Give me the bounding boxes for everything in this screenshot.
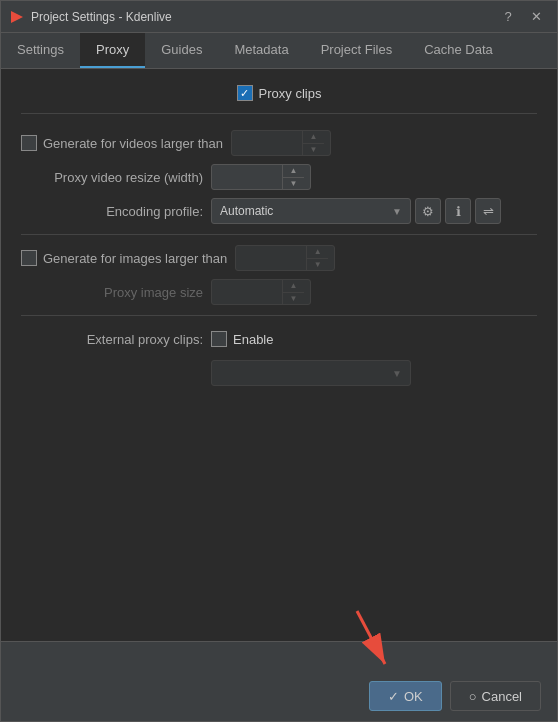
titlebar: Project Settings - Kdenlive ? ✕ bbox=[1, 1, 557, 33]
app-icon bbox=[9, 9, 25, 25]
enable-row: Enable bbox=[211, 331, 273, 347]
check-icon: ✓ bbox=[240, 87, 249, 100]
encoding-profile-row: Encoding profile: Automatic ▼ ⚙ ℹ ⇌ bbox=[21, 198, 537, 224]
close-button[interactable]: ✕ bbox=[523, 6, 549, 28]
tab-content: ✓ Proxy clips Generate for videos larger… bbox=[1, 69, 557, 641]
generate-images-label: Generate for images larger than bbox=[43, 251, 227, 266]
proxy-clips-checkbox-label[interactable]: ✓ Proxy clips bbox=[237, 85, 322, 101]
image-size-arrows: ▲ ▼ bbox=[306, 246, 328, 270]
image-size2-input: 800pixels bbox=[212, 285, 282, 299]
video-size-input: 1000pixels bbox=[232, 136, 302, 150]
proxy-image-size-label: Proxy image size bbox=[21, 285, 211, 300]
video-size-down-arrow: ▼ bbox=[303, 144, 324, 156]
cancel-label: Cancel bbox=[482, 689, 522, 704]
tab-proxy[interactable]: Proxy bbox=[80, 33, 145, 68]
encoding-profile-controls: Automatic ▼ ⚙ ℹ ⇌ bbox=[211, 198, 501, 224]
cancel-circle-icon: ○ bbox=[469, 689, 477, 704]
help-button[interactable]: ? bbox=[495, 6, 521, 28]
enable-checkbox[interactable] bbox=[211, 331, 227, 347]
proxy-video-resize-row: Proxy video resize (width) 640pixels ▲ ▼ bbox=[21, 164, 537, 190]
proxy-clips-row: ✓ Proxy clips bbox=[21, 85, 537, 114]
encoding-info-button[interactable]: ℹ bbox=[445, 198, 471, 224]
image-size-spinbox: 2000pixels ▲ ▼ bbox=[235, 245, 335, 271]
generate-video-label: Generate for videos larger than bbox=[43, 136, 223, 151]
proxy-clips-label: Proxy clips bbox=[259, 86, 322, 101]
footer: ✓ OK ○ Cancel bbox=[1, 641, 557, 721]
ok-check-icon: ✓ bbox=[388, 689, 399, 704]
video-size-arrows: ▲ ▼ bbox=[302, 131, 324, 155]
proxy-clips-checkbox[interactable]: ✓ bbox=[237, 85, 253, 101]
tab-cache-data[interactable]: Cache Data bbox=[408, 33, 509, 68]
divider-2 bbox=[21, 315, 537, 316]
svg-marker-0 bbox=[11, 11, 23, 23]
generate-images-row: Generate for images larger than 2000pixe… bbox=[21, 245, 537, 271]
proxy-image-size-row: Proxy image size 800pixels ▲ ▼ bbox=[21, 279, 537, 305]
ok-button[interactable]: ✓ OK bbox=[369, 681, 442, 711]
video-size-up-arrow: ▲ bbox=[303, 131, 324, 144]
encoding-adjust-button[interactable]: ⇌ bbox=[475, 198, 501, 224]
encoding-settings-button[interactable]: ⚙ bbox=[415, 198, 441, 224]
video-resize-down-arrow[interactable]: ▼ bbox=[283, 178, 304, 190]
video-resize-input[interactable]: 640pixels bbox=[212, 170, 282, 184]
tab-settings[interactable]: Settings bbox=[1, 33, 80, 68]
encoding-profile-select[interactable]: Automatic ▼ bbox=[211, 198, 411, 224]
encoding-profile-label: Encoding profile: bbox=[21, 204, 211, 219]
cancel-button[interactable]: ○ Cancel bbox=[450, 681, 541, 711]
image-size2-arrows: ▲ ▼ bbox=[282, 280, 304, 304]
image-size2-up-arrow: ▲ bbox=[283, 280, 304, 293]
video-size-spinbox: 1000pixels ▲ ▼ bbox=[231, 130, 331, 156]
external-proxy-row: External proxy clips: Enable bbox=[21, 326, 537, 352]
video-resize-arrows: ▲ ▼ bbox=[282, 165, 304, 189]
generate-video-row: Generate for videos larger than 1000pixe… bbox=[21, 130, 537, 156]
generate-images-checkbox[interactable] bbox=[21, 250, 37, 266]
tab-bar: Settings Proxy Guides Metadata Project F… bbox=[1, 33, 557, 69]
info-icon: ℹ bbox=[456, 204, 461, 219]
tab-project-files[interactable]: Project Files bbox=[305, 33, 409, 68]
enable-label: Enable bbox=[233, 332, 273, 347]
window-title: Project Settings - Kdenlive bbox=[31, 10, 493, 24]
tab-metadata[interactable]: Metadata bbox=[218, 33, 304, 68]
external-proxy-label: External proxy clips: bbox=[21, 332, 211, 347]
video-resize-spinbox[interactable]: 640pixels ▲ ▼ bbox=[211, 164, 311, 190]
image-size-input: 2000pixels bbox=[236, 251, 306, 265]
image-size-down-arrow: ▼ bbox=[307, 259, 328, 271]
project-settings-window: Project Settings - Kdenlive ? ✕ Settings… bbox=[0, 0, 558, 722]
image-size2-spinbox: 800pixels ▲ ▼ bbox=[211, 279, 311, 305]
image-size-up-arrow: ▲ bbox=[307, 246, 328, 259]
external-proxy-dropdown: ▼ bbox=[211, 360, 411, 386]
gear-icon: ⚙ bbox=[422, 204, 434, 219]
divider-1 bbox=[21, 234, 537, 235]
tab-guides[interactable]: Guides bbox=[145, 33, 218, 68]
chevron-down-icon: ▼ bbox=[392, 206, 402, 217]
sliders-icon: ⇌ bbox=[483, 204, 494, 219]
external-proxy-dropdown-row: ▼ bbox=[21, 360, 537, 386]
ok-label: OK bbox=[404, 689, 423, 704]
chevron-down-icon-2: ▼ bbox=[392, 368, 402, 379]
encoding-profile-value: Automatic bbox=[220, 204, 392, 218]
video-resize-up-arrow[interactable]: ▲ bbox=[283, 165, 304, 178]
generate-video-checkbox[interactable] bbox=[21, 135, 37, 151]
proxy-video-resize-label: Proxy video resize (width) bbox=[21, 170, 211, 185]
image-size2-down-arrow: ▼ bbox=[283, 293, 304, 305]
